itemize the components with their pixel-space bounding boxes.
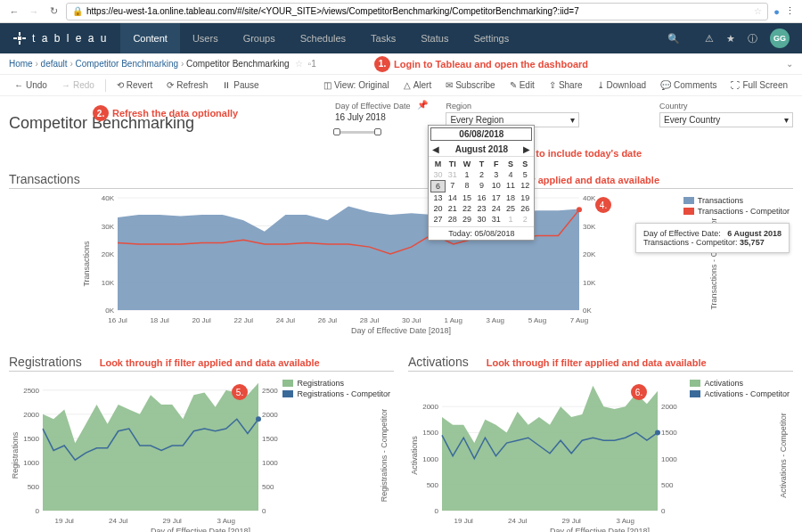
favorite-toggle[interactable]: ☆ bbox=[295, 59, 303, 69]
calendar-day[interactable]: 16 bbox=[474, 192, 488, 203]
calendar-day[interactable]: 29 bbox=[460, 214, 474, 225]
undo-button[interactable]: ← Undo bbox=[9, 78, 53, 92]
browser-bar: ← → ↻ 🔒 ☆ ● ⋮ bbox=[0, 0, 802, 23]
reload-icon[interactable]: ↻ bbox=[46, 4, 61, 19]
download-button[interactable]: ⤓ Download bbox=[592, 78, 651, 92]
calendar-day[interactable]: 13 bbox=[430, 192, 445, 203]
forward-icon[interactable]: → bbox=[27, 4, 41, 19]
pause-button[interactable]: ⏸ Pause bbox=[217, 78, 264, 92]
calendar-day[interactable]: 2 bbox=[474, 169, 488, 180]
redo-button[interactable]: → Redo bbox=[56, 78, 100, 92]
view-button[interactable]: ◫ View: Original bbox=[318, 78, 395, 92]
calendar-day[interactable]: 10 bbox=[489, 180, 503, 192]
calendar-day[interactable]: 17 bbox=[489, 192, 503, 203]
url-bar[interactable]: 🔒 ☆ bbox=[66, 3, 768, 20]
calendar-day[interactable]: 28 bbox=[446, 214, 460, 225]
fullscreen-button[interactable]: ⛶ Full Screen bbox=[725, 78, 793, 92]
search-icon[interactable]: 🔍 bbox=[667, 33, 680, 45]
calendar-day[interactable]: 30 bbox=[430, 169, 445, 180]
alert-icon[interactable]: ⚠ bbox=[705, 33, 714, 45]
svg-text:10K: 10K bbox=[102, 279, 115, 287]
transactions-chart[interactable]: 0K0K10K10K20K20K30K30K40K40K16 Jul18 Jul… bbox=[9, 192, 793, 335]
favorite-icon[interactable]: ★ bbox=[726, 33, 735, 45]
nav-content[interactable]: Content bbox=[120, 23, 180, 53]
calendar-day[interactable]: 30 bbox=[474, 214, 488, 225]
calendar-day[interactable]: 27 bbox=[430, 214, 445, 225]
calendar-day[interactable]: 7 bbox=[446, 180, 460, 192]
date-slider[interactable] bbox=[335, 131, 380, 134]
avatar[interactable]: GG bbox=[770, 29, 790, 48]
calendar-day[interactable]: 9 bbox=[474, 180, 488, 192]
calendar-day[interactable]: 18 bbox=[503, 192, 518, 203]
menu-icon[interactable]: ⋮ bbox=[785, 5, 795, 17]
share-button[interactable]: ⇪ Share bbox=[544, 78, 588, 92]
calendar-day[interactable]: 23 bbox=[474, 203, 488, 214]
tableau-logo[interactable]: t a b l e a u bbox=[0, 31, 120, 45]
subscribe-button[interactable]: ✉ Subscribe bbox=[440, 78, 500, 92]
breadcrumb-item[interactable]: Home bbox=[9, 59, 33, 69]
nav-users[interactable]: Users bbox=[180, 23, 231, 53]
svg-text:1500: 1500 bbox=[262, 435, 278, 443]
nav-tasks[interactable]: Tasks bbox=[358, 23, 408, 53]
svg-text:40K: 40K bbox=[583, 194, 596, 202]
svg-text:2000: 2000 bbox=[422, 403, 438, 411]
datepicker-today[interactable]: Today: 05/08/2018 bbox=[429, 226, 534, 240]
calendar-day[interactable]: 1 bbox=[503, 214, 518, 225]
calendar-day[interactable]: 31 bbox=[446, 169, 460, 180]
registrations-chart[interactable]: 0050050010001000150015002000200025002500… bbox=[9, 375, 392, 532]
calendar-day[interactable]: 11 bbox=[503, 180, 518, 192]
calendar-day[interactable]: 1 bbox=[460, 169, 474, 180]
country-select[interactable]: Every Country▾ bbox=[659, 112, 793, 127]
country-label: Country bbox=[659, 102, 793, 110]
calendar-day[interactable]: 24 bbox=[489, 203, 503, 214]
next-month-icon[interactable]: ▶ bbox=[523, 144, 530, 154]
calendar-day[interactable]: 22 bbox=[460, 203, 474, 214]
revert-button[interactable]: ⟲ Revert bbox=[111, 78, 158, 92]
svg-text:0K: 0K bbox=[583, 307, 592, 315]
info-icon[interactable]: ⓘ bbox=[748, 32, 757, 45]
profile-icon[interactable]: ● bbox=[773, 6, 780, 17]
prev-month-icon[interactable]: ◀ bbox=[432, 144, 439, 154]
calendar-day[interactable]: 31 bbox=[489, 214, 503, 225]
svg-rect-1 bbox=[19, 41, 20, 45]
calendar-day[interactable]: 26 bbox=[518, 203, 532, 214]
calendar-day[interactable]: 8 bbox=[460, 180, 474, 192]
callout-2: Refresh the data optionally bbox=[112, 108, 238, 119]
datepicker-current[interactable]: 06/08/2018 bbox=[430, 127, 532, 141]
svg-text:7 Aug: 7 Aug bbox=[570, 316, 588, 324]
back-icon[interactable]: ← bbox=[7, 4, 21, 19]
calendar-day[interactable]: 14 bbox=[446, 192, 460, 203]
pin-icon[interactable]: 📌 bbox=[417, 100, 428, 110]
breadcrumb-item[interactable]: Competitor Benchmarking bbox=[76, 59, 179, 69]
activations-chart-wrap: 6. Activations Activations - Competitor … bbox=[408, 375, 793, 532]
breadcrumb-item[interactable]: default bbox=[41, 59, 68, 69]
chevron-down-icon[interactable]: ⌄ bbox=[786, 59, 793, 69]
calendar-day[interactable]: 6 bbox=[430, 180, 445, 192]
alert-button[interactable]: △ Alert bbox=[398, 78, 438, 92]
transactions-title: Transactions bbox=[9, 172, 793, 189]
refresh-button[interactable]: ⟳ Refresh bbox=[161, 78, 213, 92]
edit-button[interactable]: ✎ Edit bbox=[504, 78, 540, 92]
star-icon[interactable]: ☆ bbox=[754, 6, 762, 16]
calendar-day[interactable]: 5 bbox=[518, 169, 532, 180]
calendar-day[interactable]: 20 bbox=[430, 203, 445, 214]
svg-text:24 Jul: 24 Jul bbox=[276, 316, 296, 324]
calendar-day[interactable]: 25 bbox=[503, 203, 518, 214]
svg-text:Transactions: Transactions bbox=[82, 241, 91, 287]
nav-status[interactable]: Status bbox=[408, 23, 461, 53]
calendar-day[interactable]: 15 bbox=[460, 192, 474, 203]
calendar-day[interactable]: 19 bbox=[518, 192, 532, 203]
nav-schedules[interactable]: Schedules bbox=[288, 23, 358, 53]
nav-groups[interactable]: Groups bbox=[231, 23, 288, 53]
calendar-day[interactable]: 4 bbox=[503, 169, 518, 180]
svg-text:26 Jul: 26 Jul bbox=[318, 316, 338, 324]
url-input[interactable] bbox=[86, 6, 750, 16]
comments-button[interactable]: 💬 Comments bbox=[655, 78, 722, 92]
activations-chart[interactable]: 0050050010001000150015002000200019 Jul24… bbox=[408, 375, 791, 532]
calendar-day[interactable]: 21 bbox=[446, 203, 460, 214]
calendar-day[interactable]: 2 bbox=[518, 214, 532, 225]
nav-settings[interactable]: Settings bbox=[461, 23, 521, 53]
calendar-day[interactable]: 3 bbox=[489, 169, 503, 180]
calendar-day[interactable]: 12 bbox=[518, 180, 532, 192]
svg-text:500: 500 bbox=[262, 483, 274, 491]
